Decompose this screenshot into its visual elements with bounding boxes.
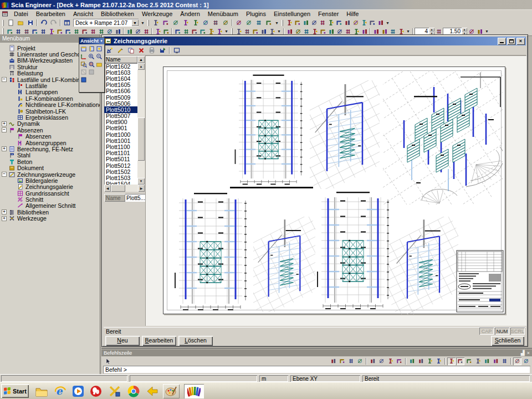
collapse-minus-icon[interactable]: − (2, 127, 7, 132)
frame-tool-icon-9[interactable] (351, 19, 360, 27)
plot-list-item[interactable]: Plott5009 (104, 94, 137, 100)
maximize-button[interactable] (507, 38, 515, 45)
snap-mid-icon[interactable] (456, 357, 464, 365)
menu-item-menbaum[interactable]: Menübaum (204, 10, 242, 18)
expand-plus-icon[interactable]: + (2, 146, 7, 151)
frame-tool-icon-8[interactable] (343, 19, 351, 27)
menu-item-bearbeiten[interactable]: Bearbeiten (32, 10, 69, 18)
tree-item-zeichnungsgalerie[interactable]: Zeichnungsgalerie (2, 184, 100, 190)
snap-point-icon[interactable] (408, 357, 416, 365)
scroll-thumb[interactable] (137, 117, 145, 161)
tree-item-bibliotheken[interactable]: +Bibliotheken (2, 209, 100, 215)
plot-list-item[interactable]: Plott5011 (104, 156, 137, 162)
menu-item-hilfe[interactable]: Hilfe (342, 10, 362, 18)
start-button[interactable]: Start (1, 384, 29, 398)
internet-explorer-icon[interactable]: e (52, 384, 69, 398)
tree-item-dynamik[interactable]: +Dynamik (2, 121, 100, 127)
scroll-right-button[interactable]: ▶ (138, 185, 145, 192)
frame-tool-icon-2[interactable] (293, 19, 301, 27)
window-view-icon[interactable] (221, 19, 231, 27)
plot-list-item[interactable]: Plott5006 (104, 100, 137, 106)
clipboard-icon[interactable] (191, 19, 201, 27)
media-player-icon[interactable] (70, 384, 86, 398)
cursor-icon[interactable] (103, 357, 113, 365)
tree-item-werkzeuge[interactable]: +Werkzeuge (2, 216, 100, 222)
plot-list-item[interactable]: Plott5010 (104, 106, 137, 112)
scia-app-icon[interactable] (184, 384, 204, 398)
tree-item-allgemeiner-schnitt[interactable]: Allgemeiner Schnitt (2, 203, 100, 209)
zoom-doc-icon[interactable] (244, 19, 254, 27)
snap-intersect-icon[interactable] (474, 357, 482, 365)
plot-list-item[interactable]: Plott900 (104, 119, 137, 125)
line-grid-snap-icon[interactable] (522, 357, 530, 365)
tree-item-absenzen[interactable]: −Absenzen (2, 127, 100, 133)
zoom-out-icon[interactable] (95, 53, 103, 60)
frame-tool-icon-11[interactable] (368, 19, 376, 27)
plot-list-item[interactable]: Plott1101 (104, 150, 137, 156)
minimize-button[interactable] (498, 38, 506, 45)
menu-item-plugins[interactable]: Plugins (242, 10, 270, 18)
window-layout-icon[interactable] (62, 19, 72, 27)
clip-view-icon[interactable] (181, 19, 191, 27)
deselect-icon[interactable] (386, 357, 395, 365)
frame-tool-icon-6[interactable] (326, 19, 335, 27)
frame-tool-icon-1[interactable] (285, 19, 293, 27)
chevron-down-icon[interactable]: ▼ (100, 39, 103, 43)
zoom-window-icon[interactable] (80, 60, 88, 68)
chrome-icon[interactable] (125, 384, 142, 398)
frame-tool-icon-4[interactable] (310, 19, 318, 27)
delete-icon[interactable] (136, 47, 146, 54)
paint-palette-icon[interactable] (163, 384, 180, 398)
remote-arrows-icon[interactable] (144, 384, 161, 398)
view-top-icon[interactable] (95, 45, 103, 53)
toolbar-more-button[interactable]: ▼ (140, 19, 146, 27)
tree-item-dokument[interactable]: Dokument (2, 165, 100, 171)
plot-list-item[interactable]: Plott1606 (104, 88, 137, 94)
gallery-titlebar[interactable]: Zeichnungsgalerie × (104, 37, 526, 45)
view-palette-titlebar[interactable]: Ansicht ▼ (79, 38, 104, 44)
view-front-icon[interactable] (80, 45, 88, 53)
snap-mesh-icon[interactable] (434, 357, 443, 365)
plot-list-vertical-scrollbar[interactable]: ▲ ▼ (137, 63, 145, 185)
frame-tool-icon-3[interactable] (301, 19, 310, 27)
save-icon[interactable] (25, 19, 35, 27)
plot-list[interactable]: Plott1602Plott1603Plott1604Plott1605Plot… (104, 63, 137, 185)
tree-item-ergebnisklassen[interactable]: Ergebnisklassen (2, 114, 100, 120)
open-folder-icon[interactable] (16, 19, 25, 27)
edit-pencil-icon[interactable] (115, 47, 125, 54)
select-add-icon[interactable] (377, 357, 386, 365)
menu-item-bibliotheken[interactable]: Bibliotheken (97, 10, 138, 18)
menu-item-datei[interactable]: Datei (10, 10, 32, 18)
tree-item-absenzen[interactable]: Absenzen (2, 133, 100, 139)
preview-icon[interactable] (172, 47, 182, 54)
toolbar-more-button[interactable]: ▼ (274, 19, 280, 27)
plot-list-item[interactable]: Plott1502 (104, 168, 137, 175)
tree-item-lf-kombinationen[interactable]: LF-Kombinationen (2, 95, 100, 101)
plot-list-item[interactable]: Plott1602 (104, 63, 137, 69)
view-side-icon[interactable] (88, 45, 95, 53)
insert-arrow-icon[interactable] (105, 47, 115, 54)
plot-list-horizontal-scrollbar[interactable]: ◀ ▶ (104, 185, 145, 192)
game-tools-icon[interactable] (106, 384, 123, 398)
document-preview-icon[interactable] (264, 19, 274, 27)
tree-item-zeichnungswerkzeuge[interactable]: −Zeichnungswerkzeuge (2, 171, 100, 177)
command-line-header[interactable]: Befehlszeile ▟ × (101, 349, 532, 356)
close-button[interactable]: × (516, 38, 525, 45)
delete-button[interactable]: Löschen (178, 336, 213, 346)
plot-list-item[interactable]: Plott5012 (104, 162, 137, 168)
redo-icon[interactable] (49, 19, 59, 27)
arc-draw-icon[interactable] (347, 357, 355, 365)
binoculars-icon[interactable] (151, 19, 161, 27)
zoom-in-icon[interactable] (88, 53, 95, 60)
plot-list-item[interactable]: Plott1001 (104, 137, 137, 144)
tree-item-stahl[interactable]: Stahl (2, 152, 100, 158)
tree-item-bildergalerie[interactable]: Bildergalerie (2, 177, 100, 183)
explorer-folder-icon[interactable] (33, 384, 50, 398)
scroll-thumb[interactable] (111, 185, 125, 192)
new-document-icon[interactable] (6, 19, 16, 27)
tree-item-nichtlineare-lf-kombinationen[interactable]: Nichtlineare LF-Kombinationen (2, 102, 100, 108)
snap-tangent-icon[interactable] (492, 357, 500, 365)
mesh-view-icon[interactable] (201, 19, 211, 27)
frame-tool-icon-10[interactable] (360, 19, 368, 27)
open-view-icon[interactable] (95, 60, 103, 68)
